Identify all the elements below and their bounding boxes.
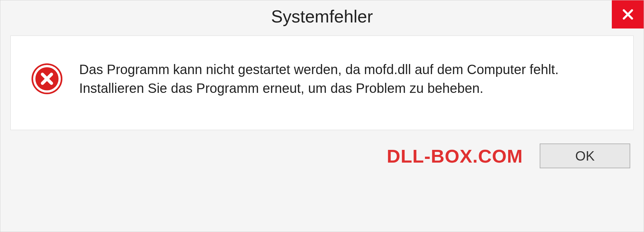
- error-message: Das Programm kann nicht gestartet werden…: [79, 60, 602, 98]
- title-bar: Systemfehler: [0, 0, 644, 32]
- content-panel: Das Programm kann nicht gestartet werden…: [10, 36, 634, 130]
- ok-button[interactable]: OK: [540, 143, 630, 168]
- dialog-footer: DLL-BOX.COM OK: [0, 137, 644, 178]
- error-icon: [31, 63, 63, 95]
- close-button[interactable]: [612, 0, 644, 28]
- watermark-text: DLL-BOX.COM: [387, 145, 523, 167]
- close-icon: [621, 7, 635, 21]
- dialog-title: Systemfehler: [271, 6, 373, 26]
- error-dialog: Systemfehler Das Programm kann nicht ges…: [0, 0, 644, 232]
